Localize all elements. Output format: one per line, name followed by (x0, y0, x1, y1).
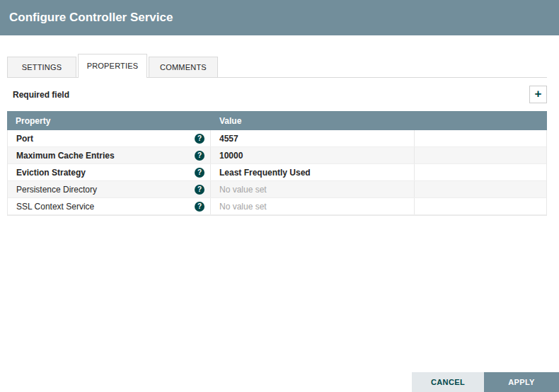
properties-toolbar: Required field + (7, 78, 547, 111)
property-name: Persistence Directory (16, 185, 97, 195)
help-icon[interactable]: ? (195, 168, 204, 178)
row-extra-cell (415, 130, 546, 146)
property-name: Eviction Strategy (16, 168, 86, 178)
dialog-footer: CANCEL APPLY (412, 372, 559, 392)
apply-button[interactable]: APPLY (484, 372, 559, 392)
table-row[interactable]: Port ? 4557 (8, 130, 546, 147)
plus-icon: + (535, 87, 542, 100)
row-extra-cell (415, 164, 546, 180)
property-value[interactable]: No value set (211, 181, 415, 197)
tab-properties[interactable]: PROPERTIES (78, 54, 147, 77)
help-icon[interactable]: ? (195, 185, 204, 195)
cancel-button[interactable]: CANCEL (412, 372, 484, 392)
property-value[interactable]: Least Frequently Used (211, 164, 415, 180)
help-icon[interactable]: ? (195, 134, 204, 144)
column-header-value: Value (211, 116, 415, 126)
tab-bar: SETTINGS PROPERTIES COMMENTS (7, 54, 547, 78)
column-header-property: Property (7, 116, 211, 126)
property-value[interactable]: 4557 (211, 130, 415, 146)
tab-comments[interactable]: COMMENTS (149, 57, 218, 77)
required-field-label: Required field (13, 90, 69, 100)
properties-table: Property Value Port ? 4557 Maximum Cache… (7, 111, 547, 216)
table-header-row: Property Value (7, 111, 547, 130)
property-name: Port (16, 134, 33, 144)
add-property-button[interactable]: + (529, 86, 547, 103)
help-icon[interactable]: ? (195, 151, 204, 161)
row-extra-cell (415, 181, 546, 197)
table-row[interactable]: SSL Context Service ? No value set (8, 198, 546, 215)
table-row[interactable]: Maximum Cache Entries ? 10000 (8, 147, 546, 164)
property-name: SSL Context Service (16, 202, 94, 212)
row-extra-cell (415, 198, 546, 214)
dialog-header: Configure Controller Service (0, 0, 559, 35)
table-row[interactable]: Eviction Strategy ? Least Frequently Use… (8, 164, 546, 181)
tab-settings[interactable]: SETTINGS (7, 57, 76, 77)
property-value[interactable]: No value set (211, 198, 415, 214)
dialog-content: SETTINGS PROPERTIES COMMENTS Required fi… (0, 54, 559, 216)
dialog-title: Configure Controller Service (9, 11, 173, 25)
property-value[interactable]: 10000 (211, 147, 415, 163)
table-row[interactable]: Persistence Directory ? No value set (8, 181, 546, 198)
row-extra-cell (415, 147, 546, 163)
help-icon[interactable]: ? (195, 202, 204, 212)
property-name: Maximum Cache Entries (16, 151, 115, 161)
